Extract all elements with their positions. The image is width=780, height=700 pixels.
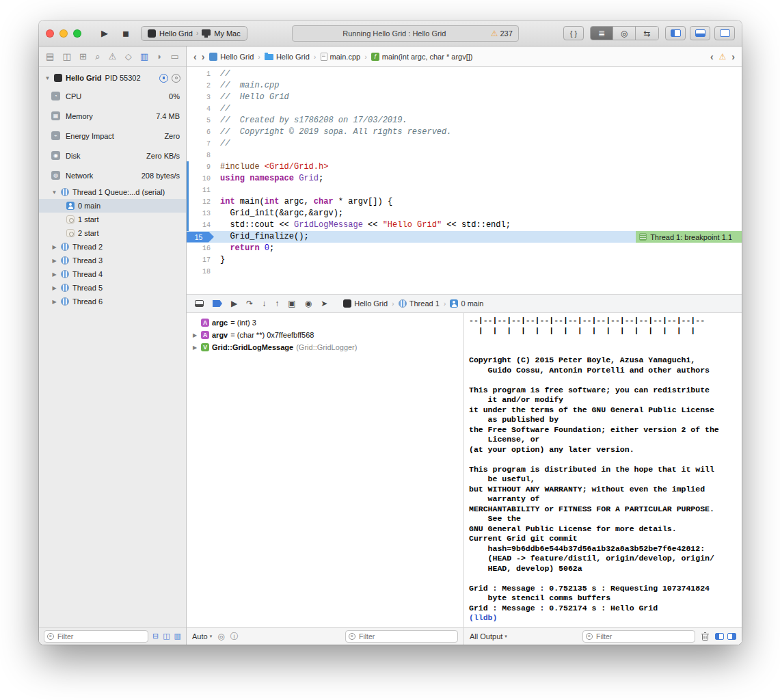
thread-row[interactable]: ▶Thread 4: [39, 267, 186, 281]
debugbar-crumb[interactable]: Hello Grid: [343, 299, 388, 308]
thread-row[interactable]: ▶Thread 3: [39, 254, 186, 267]
issue-navigator-icon[interactable]: ⚠: [109, 51, 117, 62]
variables-filter-input[interactable]: [345, 630, 458, 643]
memory-graph-button[interactable]: ◉: [305, 299, 312, 308]
code-line[interactable]: 17}: [187, 254, 742, 266]
jumpbar-item[interactable]: main.cpp: [321, 53, 361, 61]
disclosure-triangle[interactable]: ▶: [191, 332, 198, 338]
line-number[interactable]: 4: [187, 105, 217, 113]
gauge-row[interactable]: ⌁Energy ImpactZero: [39, 126, 186, 146]
hide-debug-area-button[interactable]: [195, 300, 204, 307]
clear-console-button[interactable]: [701, 632, 710, 641]
variable-row[interactable]: ▶VGrid::GridLogMessage(Grid::GridLogger): [191, 341, 463, 353]
breakpoint-navigator-icon[interactable]: ◗: [157, 51, 162, 62]
close-window-button[interactable]: [46, 29, 54, 38]
issue-warning-icon[interactable]: ⚠: [719, 53, 727, 61]
thread-row[interactable]: ▶Thread 5: [39, 281, 186, 295]
code-line[interactable]: 8: [187, 150, 742, 161]
stack-frame-row[interactable]: 2 start: [39, 226, 186, 240]
line-number[interactable]: 12: [187, 198, 217, 206]
disclosure-triangle[interactable]: ▶: [191, 345, 198, 351]
debugbar-crumb[interactable]: Thread 1: [399, 299, 440, 308]
gauge-row[interactable]: ◔CPU0%: [39, 86, 186, 106]
memory-graph-button[interactable]: [172, 74, 180, 83]
disclosure-triangle[interactable]: ▶: [51, 299, 57, 305]
disclosure-triangle[interactable]: ▶: [51, 244, 57, 250]
code-snippets-button[interactable]: { }: [563, 26, 584, 40]
view-mode-button[interactable]: ◫: [163, 632, 170, 641]
back-button[interactable]: ‹: [193, 52, 197, 62]
code-line[interactable]: 2// main.cpp: [187, 80, 742, 92]
code-line[interactable]: 14 std::cout << GridLogMessage << "Hello…: [187, 219, 742, 231]
line-number[interactable]: 7: [187, 140, 217, 148]
code-line[interactable]: 11: [187, 185, 742, 196]
assistant-editor-button[interactable]: ◎: [613, 27, 636, 40]
line-number[interactable]: 1: [187, 70, 217, 78]
thread-row[interactable]: ▶Thread 2: [39, 240, 186, 254]
line-number[interactable]: 16: [187, 245, 217, 252]
view-hierarchy-button[interactable]: ▣: [288, 299, 295, 308]
disclosure-triangle[interactable]: ▼: [51, 189, 57, 196]
line-number[interactable]: 3: [187, 94, 217, 101]
code-line[interactable]: 16 return 0;: [187, 243, 742, 254]
thread-row[interactable]: ▶Thread 6: [39, 295, 186, 308]
code-line[interactable]: 13 Grid_init(&argc,&argv);: [187, 208, 742, 219]
code-line[interactable]: 12int main(int argc, char * argv[]) {: [187, 196, 742, 208]
breakpoints-toggle-button[interactable]: [213, 300, 222, 307]
toggle-inspector-button[interactable]: [714, 26, 735, 40]
disclosure-triangle[interactable]: ▶: [51, 271, 57, 278]
navigator-filter-input[interactable]: [44, 630, 148, 643]
source-control-navigator-icon[interactable]: ◫: [63, 51, 71, 62]
line-number[interactable]: 8: [187, 152, 217, 159]
line-number[interactable]: 6: [187, 129, 217, 136]
stop-button[interactable]: ◼: [118, 29, 133, 38]
code-line[interactable]: 1//: [187, 68, 742, 80]
toggle-navigator-button[interactable]: [665, 26, 686, 40]
disclosure-triangle[interactable]: ▼: [44, 75, 51, 81]
report-navigator-icon[interactable]: ▭: [171, 51, 179, 62]
zoom-window-button[interactable]: [73, 29, 81, 38]
breakpoint-annotation[interactable]: Thread 1: breakpoint 1.1: [636, 231, 742, 243]
code-line[interactable]: 6// Copyright © 2019 sopa. All rights re…: [187, 126, 742, 138]
line-number[interactable]: 17: [187, 256, 217, 264]
code-line[interactable]: 4//: [187, 103, 742, 115]
gauge-row[interactable]: ▦Memory7.4 MB: [39, 106, 186, 126]
project-navigator-icon[interactable]: ▤: [46, 51, 54, 62]
code-line[interactable]: 18: [187, 266, 742, 278]
jumpbar-item[interactable]: Hello Grid: [265, 53, 310, 61]
next-issue-button[interactable]: ›: [731, 52, 735, 62]
console-scope-dropdown[interactable]: All Output ▾: [470, 632, 507, 641]
line-number[interactable]: 2: [187, 82, 217, 90]
step-over-button[interactable]: ↷: [246, 299, 253, 308]
line-number[interactable]: 5: [187, 117, 217, 124]
thread-row[interactable]: ▼Thread 1 Queue:...d (serial): [39, 185, 186, 199]
stack-frame-row[interactable]: 0 main: [39, 199, 186, 213]
code-line[interactable]: 7//: [187, 138, 742, 150]
line-number[interactable]: 13: [187, 210, 217, 217]
code-line[interactable]: 15 Grid_finalize();Thread 1: breakpoint …: [187, 231, 742, 243]
code-line[interactable]: 9#include <Grid/Grid.h>: [187, 161, 742, 173]
debug-navigator-icon[interactable]: ▥: [140, 51, 148, 62]
toggle-console-button[interactable]: [727, 633, 736, 640]
disclosure-triangle[interactable]: ▶: [51, 285, 57, 291]
line-number[interactable]: 11: [187, 187, 217, 194]
jumpbar-item[interactable]: main(int argc, char * argv[]): [371, 53, 473, 61]
previous-issue-button[interactable]: ‹: [710, 52, 714, 62]
code-line[interactable]: 5// Created by s1786208 on 17/03/2019.: [187, 115, 742, 126]
line-number[interactable]: 14: [187, 221, 217, 229]
console-output[interactable]: --|--|--|--|--|--|--|--|--|--|--|--|--|-…: [464, 313, 742, 627]
toggle-debug-area-button[interactable]: [690, 26, 710, 40]
continue-button[interactable]: ▶: [231, 299, 237, 308]
code-line[interactable]: 3// Hello Grid: [187, 92, 742, 103]
warning-count-badge[interactable]: ⚠ 237: [491, 29, 513, 38]
standard-editor-button[interactable]: ≣: [591, 27, 613, 40]
info-button[interactable]: ⓘ: [230, 632, 239, 641]
debugbar-crumb[interactable]: 0 main: [450, 299, 483, 308]
find-navigator-icon[interactable]: ⌕: [95, 51, 100, 62]
step-out-button[interactable]: ↑: [275, 299, 279, 308]
symbol-navigator-icon[interactable]: ⊞: [79, 51, 87, 62]
test-navigator-icon[interactable]: ◇: [125, 51, 132, 62]
breakpoint-marker[interactable]: 15: [187, 232, 214, 243]
toggle-variables-button[interactable]: [715, 633, 724, 640]
line-number[interactable]: 9: [187, 163, 217, 171]
